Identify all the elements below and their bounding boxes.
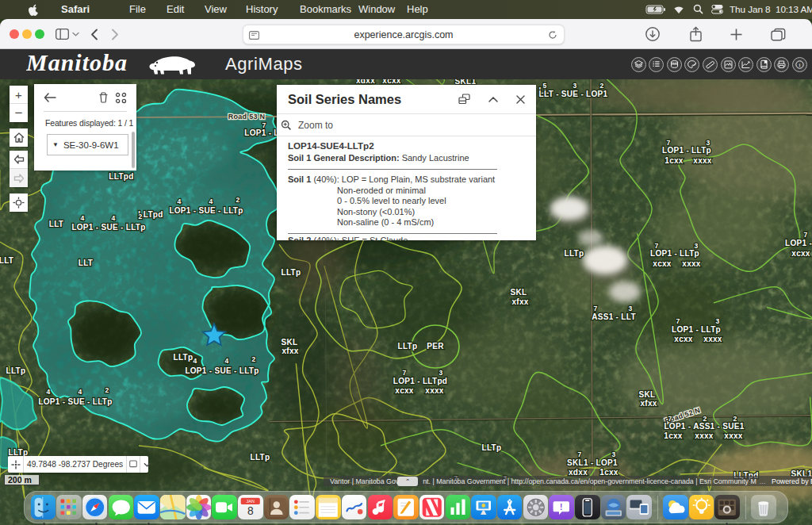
svg-text:2: 2: [703, 415, 707, 423]
svg-text:2: 2: [105, 386, 109, 394]
svg-text:LLTp: LLTp: [398, 342, 418, 351]
svg-text:2: 2: [733, 415, 737, 423]
svg-text:2: 2: [599, 82, 603, 90]
svg-text:xxxx: xxxx: [682, 259, 701, 268]
svg-text:LOP1 - SUE - LLTp: LOP1 - SUE - LLTp: [169, 206, 243, 215]
svg-text:xcxx: xcxx: [653, 259, 672, 268]
svg-text:xfxx: xfxx: [511, 297, 528, 306]
svg-text:SKL: SKL: [639, 390, 656, 399]
svg-text:xfxx: xfxx: [640, 399, 657, 408]
svg-text:xxxx: xxxx: [695, 431, 714, 440]
svg-text:LOP1 - L: LOP1 - L: [244, 128, 279, 137]
svg-text:xfxx: xfxx: [282, 347, 298, 355]
svg-text:i: i: [799, 61, 801, 67]
svg-text:LOP1 - ASS1 - SUE1: LOP1 - ASS1 - SUE1: [664, 422, 744, 431]
svg-text:7: 7: [668, 415, 672, 423]
svg-text:!: !: [560, 503, 562, 512]
svg-text:SKL: SKL: [282, 338, 298, 347]
svg-text:2: 2: [251, 355, 255, 363]
svg-text:LLTpd: LLTpd: [109, 172, 133, 181]
svg-text:1cxx: 1cxx: [665, 156, 684, 165]
svg-text:4: 4: [177, 197, 181, 205]
svg-text:3: 3: [611, 450, 615, 458]
svg-text:1cxx: 1cxx: [664, 431, 683, 440]
svg-text:LOP1 - SUE - LLTp: LOP1 - SUE - LLTp: [71, 223, 145, 232]
svg-text:5: 5: [542, 82, 546, 90]
svg-text:LOP1 -: LOP1 -: [785, 239, 812, 247]
svg-text:3: 3: [628, 305, 632, 312]
svg-text:xxxx: xxxx: [703, 335, 722, 343]
svg-text:4: 4: [193, 357, 197, 365]
svg-text:SKL1 - LOP1: SKL1 - LOP1: [567, 458, 618, 467]
svg-text:3: 3: [573, 82, 576, 90]
svg-text:4: 4: [224, 357, 228, 365]
svg-text:LOP1 - SUE - LLTp: LOP1 - SUE - LLTp: [38, 397, 112, 406]
svg-text:3: 3: [694, 242, 698, 250]
svg-text:LLT: LLT: [0, 256, 13, 265]
svg-text:4: 4: [111, 214, 115, 222]
svg-text:LLTp: LLTp: [6, 366, 26, 375]
svg-text:ASS1 - LLT: ASS1 - LLT: [592, 312, 636, 321]
svg-text:2: 2: [138, 213, 142, 220]
svg-text:xxxx: xxxx: [693, 156, 712, 165]
svg-text:LLT: LLT: [49, 220, 63, 228]
svg-text:7: 7: [262, 121, 266, 129]
svg-text:3: 3: [715, 317, 719, 325]
svg-text:8: 8: [247, 504, 254, 517]
svg-text:LOP1 - LLTp: LOP1 - LLTp: [662, 146, 711, 155]
svg-text:SKL: SKL: [511, 288, 527, 297]
svg-text:xcxx: xcxx: [395, 386, 414, 395]
svg-text:7: 7: [577, 450, 581, 458]
svg-text:JAN: JAN: [247, 499, 255, 504]
svg-text:xcxx: xcxx: [674, 335, 693, 343]
svg-text:LLTp: LLTp: [251, 453, 270, 462]
svg-text:LLT - SUE - LOP1: LLT - SUE - LOP1: [539, 90, 608, 98]
svg-text:LLTp: LLTp: [174, 353, 193, 362]
svg-text:Road 53 N: Road 53 N: [228, 113, 266, 121]
svg-text:Manitoba: Manitoba: [26, 51, 128, 75]
svg-text:LOP1 - SUE - LLTp: LOP1 - SUE - LLTp: [185, 366, 259, 375]
svg-text:LLTp: LLTp: [482, 443, 502, 452]
svg-text:LLT: LLT: [79, 259, 93, 267]
svg-text:7: 7: [676, 317, 680, 325]
svg-text:LLTp: LLTp: [282, 268, 301, 277]
svg-text:4: 4: [46, 388, 50, 396]
svg-text:LOP1 - LLTp: LOP1 - LLTp: [650, 249, 699, 258]
svg-text:4: 4: [80, 214, 84, 222]
svg-text:7: 7: [654, 242, 658, 250]
svg-text:xxxx: xxxx: [724, 431, 743, 440]
svg-text:7: 7: [593, 305, 597, 312]
svg-text:4: 4: [78, 388, 82, 396]
svg-text:xxxx: xxxx: [425, 386, 444, 395]
svg-text:LLTp: LLTp: [565, 249, 584, 258]
svg-text:7: 7: [803, 231, 807, 239]
svg-text:3: 3: [706, 139, 710, 147]
svg-text:7: 7: [402, 369, 406, 377]
svg-text:LOP1 - LLTpd: LOP1 - LLTpd: [393, 377, 447, 385]
svg-text:2: 2: [236, 196, 239, 204]
svg-text:PER: PER: [427, 342, 444, 351]
svg-text:4: 4: [209, 197, 213, 205]
svg-text:3: 3: [439, 369, 442, 377]
svg-text:7: 7: [666, 139, 670, 147]
svg-text:xcxx: xcxx: [791, 249, 810, 258]
svg-text:LOP1 - LLTp: LOP1 - LLTp: [672, 325, 721, 334]
